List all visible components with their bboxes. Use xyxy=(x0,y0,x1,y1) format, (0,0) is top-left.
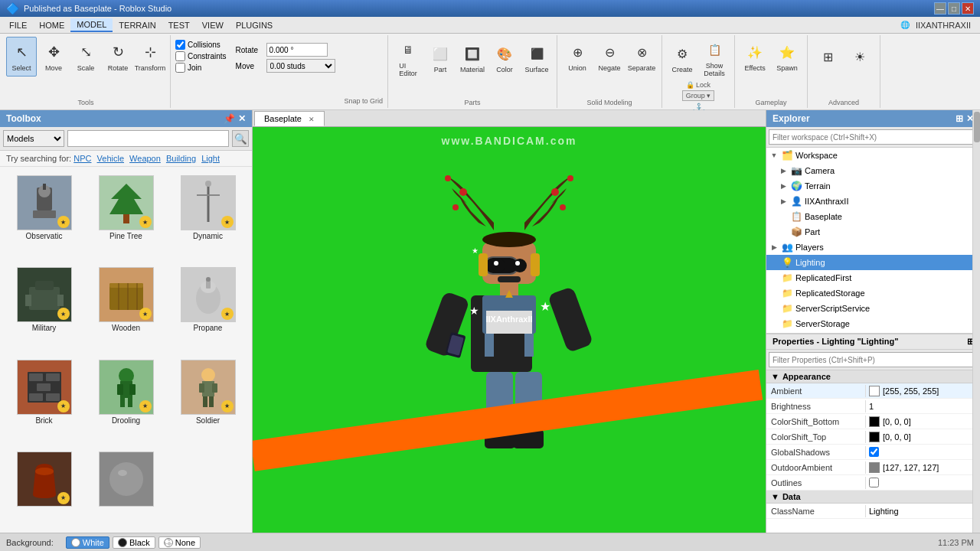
spawn-button[interactable]: ⭐ Spawn xyxy=(772,37,802,77)
rotate-tool-button[interactable]: ↻ Rotate xyxy=(103,37,133,77)
viewport-tab-close[interactable]: ✕ xyxy=(309,116,315,123)
toolbox-search-input[interactable] xyxy=(67,130,229,147)
tree-expand-replicated-first[interactable] xyxy=(769,274,779,282)
tree-expand-server-script-service[interactable] xyxy=(769,305,779,312)
model-item-10[interactable]: ★ xyxy=(5,448,83,528)
tree-item-part[interactable]: 📦 Part xyxy=(766,224,980,240)
toolbox-search-button[interactable]: 🔍 xyxy=(232,130,249,147)
tree-item-workspace[interactable]: ▼ 🗂️ Workspace xyxy=(766,148,980,163)
tree-item-server-storage[interactable]: 📁 ServerStorage xyxy=(766,316,980,331)
suggestion-npc[interactable]: NPC xyxy=(74,154,91,163)
ui-editor-button[interactable]: 🖥 UIEditor xyxy=(393,37,423,80)
menu-file[interactable]: FILE xyxy=(3,19,33,31)
bg-black-button[interactable]: Black xyxy=(113,536,155,549)
model-item-brick[interactable]: ★ Brick xyxy=(5,356,83,445)
outlines-checkbox[interactable] xyxy=(869,478,879,487)
suggestion-vehicle[interactable]: Vehicle xyxy=(97,154,124,163)
close-button[interactable]: ✕ xyxy=(962,2,974,15)
tree-expand-camera[interactable]: ▶ xyxy=(779,167,788,174)
suggestion-weapon[interactable]: Weapon xyxy=(129,154,161,163)
rotate-snap-input[interactable] xyxy=(266,43,328,57)
viewport-canvas[interactable]: www.BANDICAM.com xyxy=(253,127,766,533)
properties-search-input[interactable] xyxy=(769,352,978,367)
tree-expand-iixanthraxii[interactable]: ▶ xyxy=(779,197,788,205)
model-item-observatory[interactable]: ★ Observatic xyxy=(5,171,83,260)
viewport[interactable]: Baseplate ✕ www.BANDICAM.com xyxy=(253,110,766,533)
model-item-wooden[interactable]: ★ Wooden xyxy=(87,263,165,352)
surface-button[interactable]: ⬛ Surface xyxy=(521,38,552,78)
join-check[interactable]: Join xyxy=(175,63,227,73)
tree-expand-baseplate[interactable] xyxy=(779,213,788,220)
category-dropdown[interactable]: Models Decals Audio xyxy=(3,130,64,147)
tree-expand-server-storage[interactable] xyxy=(769,320,779,328)
bg-none-button[interactable]: None xyxy=(158,536,201,549)
tree-expand-workspace[interactable]: ▼ xyxy=(769,152,779,159)
tree-item-replicated-first[interactable]: 📁 ReplicatedFirst xyxy=(766,270,980,285)
prop-section-appearance[interactable]: ▼ Appearance xyxy=(766,370,980,383)
prop-value-outlines[interactable] xyxy=(866,476,980,489)
move-tool-button[interactable]: ✥ Move xyxy=(38,37,69,77)
menu-test[interactable]: TEST xyxy=(162,19,196,31)
constraints-check[interactable]: Constraints xyxy=(175,51,227,61)
suggestion-building[interactable]: Building xyxy=(166,154,196,163)
collisions-check[interactable]: Collisions xyxy=(175,40,227,50)
suggestion-light[interactable]: Light xyxy=(201,154,220,163)
toolbox-close-icon[interactable]: ✕ xyxy=(238,113,246,124)
model-item-soldier[interactable]: ★ Soldier xyxy=(168,356,247,445)
select-tool-button[interactable]: ↖ Select xyxy=(6,37,37,77)
part-button[interactable]: ⬜ Part xyxy=(425,38,456,78)
menu-plugins[interactable]: PLUGINS xyxy=(230,19,279,31)
colorshift-bottom-swatch[interactable] xyxy=(869,416,880,427)
prop-value-ambient[interactable]: [255, 255, 255] xyxy=(866,384,980,398)
separate-button[interactable]: ⊗ Separate xyxy=(626,37,657,77)
color-button[interactable]: 🎨 Color xyxy=(489,38,520,78)
transform-tool-button[interactable]: ⊹ Transform xyxy=(135,37,165,77)
minimize-button[interactable]: — xyxy=(934,2,946,15)
tree-item-players[interactable]: ▶ 👥 Players xyxy=(766,240,980,255)
tree-item-camera[interactable]: ▶ 📷 Camera xyxy=(766,163,980,178)
tree-expand-replicated-storage[interactable] xyxy=(769,289,779,297)
union-button[interactable]: ⊕ Union xyxy=(562,37,593,77)
negate-button[interactable]: ⊖ Negate xyxy=(594,37,625,77)
tree-item-iixanthraxii[interactable]: ▶ 👤 IIXAnthraxII xyxy=(766,194,980,209)
prop-value-global-shadows[interactable] xyxy=(866,445,980,458)
outdoor-ambient-swatch[interactable] xyxy=(869,462,880,473)
group-button[interactable]: Group ▾ xyxy=(682,90,715,101)
scale-tool-button[interactable]: ⤡ Scale xyxy=(70,37,101,77)
ambient-color-swatch[interactable] xyxy=(869,386,880,396)
colorshift-top-swatch[interactable] xyxy=(869,432,880,442)
constraints-checkbox[interactable] xyxy=(175,51,185,61)
create-button[interactable]: ⚙ Create xyxy=(667,38,697,78)
viewport-tab-baseplate[interactable]: Baseplate ✕ xyxy=(254,111,325,126)
menu-terrain[interactable]: TERRAIN xyxy=(113,19,162,31)
prop-value-brightness[interactable]: 1 xyxy=(866,400,980,412)
model-item-propane[interactable]: ★ Propane xyxy=(168,263,247,352)
move-snap-dropdown[interactable]: 0.00 studs xyxy=(266,59,335,73)
explorer-search-input[interactable] xyxy=(769,129,978,145)
prop-value-outdoor-ambient[interactable]: [127, 127, 127] xyxy=(866,461,980,474)
menu-view[interactable]: VIEW xyxy=(196,19,230,31)
maximize-button[interactable]: □ xyxy=(948,2,960,15)
tree-expand-part[interactable] xyxy=(779,228,788,236)
join-checkbox[interactable] xyxy=(175,63,185,73)
explorer-expand-icon[interactable]: ⊞ xyxy=(956,113,963,124)
model-item-pine-tree[interactable]: ★ Pine Tree xyxy=(87,171,165,260)
collisions-checkbox[interactable] xyxy=(175,40,185,50)
lock-button[interactable]: 🔒 Lock xyxy=(686,81,710,89)
model-item-military[interactable]: ★ Military xyxy=(5,263,83,352)
toolbox-pin-icon[interactable]: 📌 xyxy=(224,113,235,124)
tree-item-lighting[interactable]: 💡 Lighting xyxy=(766,255,980,270)
show-details-button[interactable]: 📋 ShowDetails xyxy=(699,37,730,80)
tree-expand-players[interactable]: ▶ xyxy=(769,243,779,251)
prop-value-colorshift-top[interactable]: [0, 0, 0] xyxy=(866,430,980,444)
model-item-dynamic[interactable]: ★ Dynamic xyxy=(168,171,247,260)
prop-value-colorshift-bottom[interactable]: [0, 0, 0] xyxy=(866,415,980,429)
tree-item-baseplate[interactable]: 📋 Baseplate xyxy=(766,209,980,224)
advanced-btn2[interactable]: ☀ xyxy=(844,37,875,77)
prop-section-data[interactable]: ▼ Data xyxy=(766,491,980,504)
tree-item-replicated-storage[interactable]: 📁 ReplicatedStorage xyxy=(766,285,980,301)
tree-expand-lighting[interactable] xyxy=(769,259,779,266)
model-item-11[interactable] xyxy=(87,448,165,528)
tree-item-server-script-service[interactable]: 📁 ServerScriptService xyxy=(766,301,980,316)
tree-expand-terrain[interactable]: ▶ xyxy=(779,182,788,190)
